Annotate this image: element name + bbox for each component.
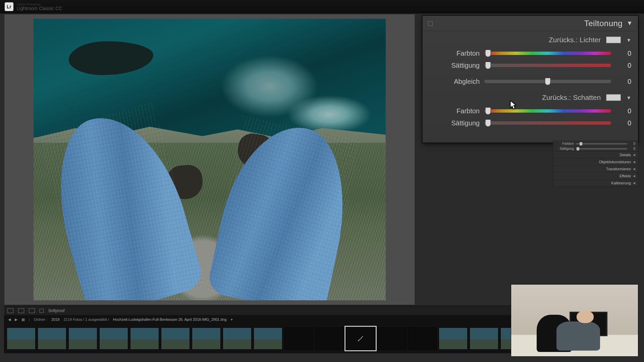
current-filename[interactable]: Hochzeit-Ludwigshafen-Full-Benkesser-26.… bbox=[113, 317, 227, 321]
photo-count: 2119 Fotos / 1 ausgewählt / bbox=[64, 317, 109, 321]
slider-label: Sättigung bbox=[556, 147, 574, 150]
shadows-reset-label[interactable]: Zurücks.: Schatten bbox=[542, 94, 601, 102]
mini-hue-row: Farbton 0 bbox=[553, 141, 638, 146]
mini-sat-row: Sättigung 0 bbox=[553, 146, 638, 151]
filmstrip-thumb[interactable] bbox=[470, 327, 498, 350]
app-logo: Lr bbox=[5, 2, 13, 11]
cursor-icon bbox=[510, 100, 517, 110]
slider-thumb[interactable] bbox=[485, 107, 491, 115]
split-toning-panel: Teiltonung ▼ Zurücks.: Lichter ▼ Farbton… bbox=[422, 15, 638, 143]
shadows-sat-row: Sättigung 0 bbox=[429, 117, 631, 129]
grid-icon[interactable]: ▦ bbox=[21, 317, 25, 322]
filmstrip-thumb[interactable] bbox=[439, 327, 468, 350]
chevron-down-icon[interactable]: ▼ bbox=[626, 37, 631, 43]
slider-value[interactable]: 0 bbox=[616, 119, 631, 127]
filmstrip-thumb[interactable] bbox=[192, 327, 221, 350]
slider-value[interactable]: 0 bbox=[616, 50, 631, 57]
filmstrip-thumb[interactable] bbox=[130, 327, 159, 350]
view-survey-icon[interactable] bbox=[29, 308, 35, 313]
loupe-toolbar: Softproof bbox=[4, 306, 539, 315]
folder-label: Ordner : bbox=[34, 317, 47, 321]
image-canvas[interactable] bbox=[4, 14, 415, 305]
filmstrip-thumb[interactable] bbox=[315, 327, 344, 350]
mini-sat-slider[interactable] bbox=[576, 148, 627, 149]
slider-label: Sättigung bbox=[429, 119, 480, 127]
edited-photo bbox=[34, 19, 386, 300]
slider-label: Farbton bbox=[556, 142, 574, 145]
nav-back-icon[interactable]: ◀ bbox=[8, 317, 11, 322]
highlights-hue-slider[interactable] bbox=[484, 52, 611, 55]
shadows-hue-row: Farbton 0 bbox=[429, 105, 631, 117]
balance-slider[interactable] bbox=[484, 80, 611, 83]
slider-label: Farbton bbox=[429, 50, 480, 57]
slider-value[interactable]: 0 bbox=[616, 107, 631, 115]
slider-label: Sättigung bbox=[429, 62, 480, 69]
app-subtitle: Adobe Photoshop bbox=[17, 3, 62, 6]
highlights-reset-label[interactable]: Zurücks.: Lichter bbox=[549, 36, 601, 44]
slider-thumb[interactable] bbox=[485, 62, 491, 69]
slider-thumb[interactable] bbox=[485, 50, 491, 57]
section-effects[interactable]: Effekte◀ bbox=[553, 172, 638, 179]
view-loupe-icon[interactable] bbox=[7, 308, 13, 313]
develop-right-dock: Farbton 0 Sättigung 0 Details◀ Objektivk… bbox=[553, 141, 638, 187]
softproof-label: Softproof bbox=[48, 308, 65, 313]
mini-hue-slider[interactable] bbox=[576, 143, 627, 144]
shadows-section: Zurücks.: Schatten ▼ Farbton 0 Sättigung… bbox=[423, 89, 638, 130]
filmstrip-thumb[interactable] bbox=[7, 327, 36, 350]
balance-row: Abgleich 0 bbox=[429, 75, 631, 87]
filmstrip-thumb[interactable] bbox=[68, 327, 97, 350]
slider-value[interactable]: 0 bbox=[629, 142, 635, 145]
app-title-group: Adobe Photoshop Lightroom Classic CC bbox=[17, 3, 62, 11]
webcam-overlay bbox=[511, 284, 638, 357]
highlights-sat-row: Sättigung 0 bbox=[429, 59, 631, 71]
folder-year[interactable]: 2018 bbox=[51, 317, 59, 321]
slider-value[interactable]: 0 bbox=[616, 78, 631, 85]
balance-section: Abgleich 0 bbox=[423, 73, 638, 89]
slider-label: Farbton bbox=[429, 107, 480, 115]
nav-fwd-icon[interactable]: ▶ bbox=[15, 317, 17, 322]
slider-label: Abgleich bbox=[429, 78, 480, 85]
filmstrip-thumb[interactable] bbox=[408, 327, 437, 350]
filmstrip-thumb[interactable]: ⟋ bbox=[346, 327, 375, 350]
app-title: Lightroom Classic CC bbox=[17, 6, 62, 11]
softproof-checkbox[interactable] bbox=[40, 309, 44, 313]
slider-thumb[interactable] bbox=[485, 119, 491, 127]
filmstrip-thumb[interactable] bbox=[99, 327, 128, 350]
chevron-down-icon[interactable]: ▼ bbox=[626, 95, 631, 101]
filmstrip-thumb[interactable] bbox=[284, 327, 313, 350]
panel-header[interactable]: Teiltonung ▼ bbox=[423, 16, 638, 31]
section-transform[interactable]: Transformieren◀ bbox=[553, 165, 638, 172]
chevron-down-icon[interactable]: ▼ bbox=[627, 20, 633, 27]
view-compare-icon[interactable] bbox=[18, 308, 24, 313]
panel-toggle-icon[interactable] bbox=[428, 21, 433, 26]
highlights-hue-row: Farbton 0 bbox=[429, 47, 631, 59]
highlights-color-swatch[interactable] bbox=[606, 37, 621, 43]
highlights-sat-slider[interactable] bbox=[484, 64, 611, 67]
slider-thumb[interactable] bbox=[545, 78, 551, 85]
shadows-sat-slider[interactable] bbox=[484, 121, 611, 125]
app-title-bar: Lr Adobe Photoshop Lightroom Classic CC bbox=[0, 0, 644, 13]
shadows-color-swatch[interactable] bbox=[606, 94, 621, 101]
filmstrip-thumb[interactable] bbox=[254, 327, 282, 350]
section-details[interactable]: Details◀ bbox=[553, 151, 638, 158]
filmstrip-thumb[interactable] bbox=[161, 327, 190, 350]
slider-value[interactable]: 0 bbox=[616, 62, 631, 69]
filmstrip-thumb[interactable] bbox=[223, 327, 252, 350]
section-calibration[interactable]: Kalibrierung◀ bbox=[553, 179, 638, 186]
shadows-hue-slider[interactable] bbox=[484, 109, 611, 113]
workspace: Teiltonung ▼ Zurücks.: Lichter ▼ Farbton… bbox=[0, 13, 644, 362]
filmstrip-thumb[interactable] bbox=[377, 327, 406, 350]
panel-title: Teiltonung bbox=[584, 19, 623, 28]
highlights-section: Zurücks.: Lichter ▼ Farbton 0 Sättigung … bbox=[423, 31, 638, 73]
filmstrip-thumb[interactable] bbox=[38, 327, 66, 350]
section-lens-corrections[interactable]: Objektivkorrekturen◀ bbox=[553, 158, 638, 165]
slider-value[interactable]: 0 bbox=[629, 147, 635, 150]
